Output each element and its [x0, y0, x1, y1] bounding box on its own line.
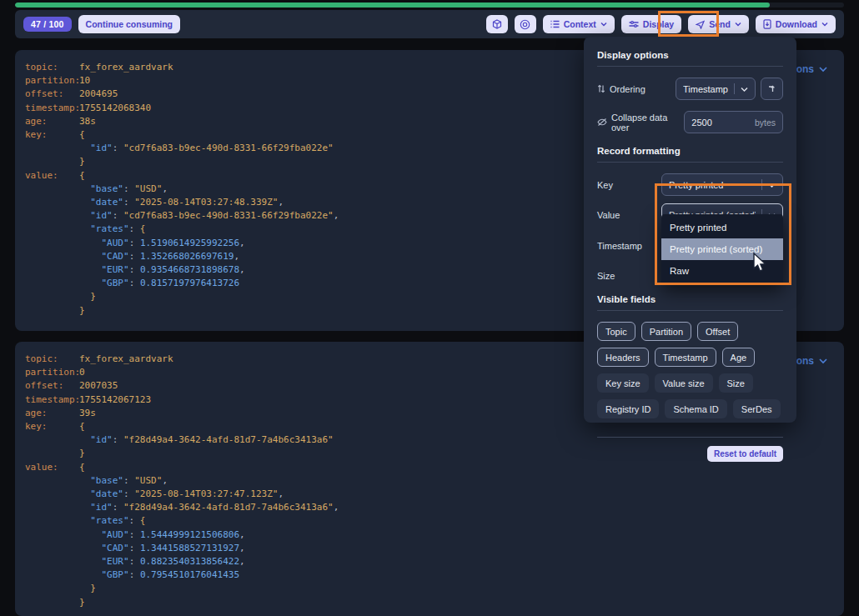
record-field-row: "rates": { [25, 514, 834, 528]
download-file-icon [763, 19, 771, 29]
send-button[interactable]: Send [688, 15, 749, 33]
divider [597, 437, 783, 438]
sort-arrows-icon [597, 84, 605, 93]
key-format-select[interactable]: Pretty printed [661, 173, 783, 196]
copy-records-button[interactable] [486, 15, 508, 33]
field-chip-size[interactable]: Size [719, 373, 753, 393]
record-field-row: "EUR": 0.8823540313856422, [25, 555, 834, 568]
timestamp-format-label: Timestamp [597, 241, 642, 251]
toolbar: 47 / 100 Continue consuming [15, 10, 844, 38]
divider [597, 310, 783, 311]
eye-slash-icon [597, 118, 607, 127]
chevron-down-icon [819, 66, 827, 73]
reset-default-button[interactable]: Reset to default [707, 446, 783, 462]
field-chip-registry-id[interactable]: Registry ID [597, 399, 659, 418]
context-button[interactable]: Context [543, 15, 615, 33]
field-chip-serdes[interactable]: SerDes [733, 399, 781, 418]
record-field-row: } [25, 596, 834, 609]
field-chip-key-size[interactable]: Key size [597, 373, 649, 393]
collapse-bytes-input[interactable]: 2500 bytes [684, 111, 783, 133]
visible-fields-chips: TopicPartitionOffsetHeadersTimestampAgeK… [597, 322, 791, 425]
display-button[interactable]: Display [621, 15, 681, 33]
panel-title: Display options [597, 50, 783, 60]
at-circle-icon [520, 19, 530, 30]
sort-direction-icon [767, 84, 776, 93]
chevron-down-icon [741, 86, 748, 93]
record-field-row: "date": "2025-08-14T03:27:47.123Z", [25, 488, 834, 501]
menu-option-pretty-printed[interactable]: Pretty printed [661, 217, 783, 238]
field-chip-schema-id[interactable]: Schema ID [665, 399, 726, 418]
chevron-down-icon [819, 358, 827, 364]
menu-option-pretty-printed-sorted-[interactable]: Pretty printed (sorted) [661, 238, 783, 260]
field-chip-headers[interactable]: Headers [597, 348, 649, 367]
record-field-row: "id": "f28d49a4-3642-4afd-81d7-7a4b6c341… [25, 501, 834, 514]
field-chip-offset[interactable]: Offset [697, 322, 738, 341]
field-chip-partition[interactable]: Partition [641, 322, 691, 341]
field-chip-value-size[interactable]: Value size [655, 373, 713, 393]
field-chip-timestamp[interactable]: Timestamp [655, 348, 716, 367]
chevron-down-icon [768, 182, 776, 188]
visible-fields-title: Visible fields [597, 294, 783, 304]
menu-option-raw[interactable]: Raw [661, 260, 783, 282]
record-field-row: "CAD": 1.3441588527131927, [25, 542, 834, 555]
cube-icon [492, 19, 502, 29]
download-button[interactable]: Download [756, 15, 836, 33]
support-button[interactable] [515, 15, 536, 33]
value-format-menu: Pretty printedPretty printed (sorted)Raw [661, 214, 783, 284]
record-count-badge: 47 / 100 [23, 17, 72, 32]
record-field-row: } [25, 582, 834, 595]
value-format-label: Value [597, 210, 620, 220]
ordering-select[interactable]: Timestamp [676, 78, 756, 100]
size-format-label: Size [597, 271, 615, 281]
send-icon [696, 20, 705, 29]
divider [597, 162, 783, 163]
field-chip-topic[interactable]: Topic [597, 322, 635, 341]
messages-view: 47 / 100 Continue consuming [0, 0, 859, 616]
record-field-row: "GBP": 0.7954510176041435 [25, 568, 834, 582]
field-chip-age[interactable]: Age [722, 348, 756, 367]
record-field-row: "id": "f28d49a4-3642-4afd-81d7-7a4b6c341… [25, 433, 834, 447]
sliders-icon [629, 20, 639, 28]
consume-progress-fill [15, 3, 770, 8]
continue-consuming-button[interactable]: Continue consuming [78, 15, 180, 33]
record-field-row: "base": "USD", [25, 474, 834, 488]
key-format-label: Key [597, 180, 613, 190]
ordering-label: Ordering [597, 84, 646, 94]
record-field-row: "AUD": 1.5444999121506806, [25, 528, 834, 542]
chevron-down-icon [600, 21, 607, 28]
consume-progress-bar [15, 3, 844, 8]
record-formatting-title: Record formatting [597, 146, 783, 156]
record-field-row: value:{ [25, 461, 834, 474]
sort-direction-button[interactable] [761, 78, 783, 100]
divider [597, 66, 783, 67]
list-icon [550, 20, 560, 28]
chevron-down-icon [821, 21, 828, 28]
chevron-down-icon [735, 21, 741, 28]
collapse-data-label: Collapse data over [597, 113, 684, 133]
